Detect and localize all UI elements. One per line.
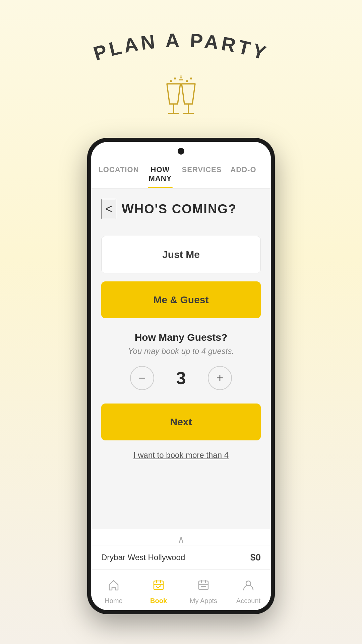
nav-account[interactable]: Account <box>226 577 271 607</box>
guest-count: 3 <box>171 368 191 388</box>
phone-frame: LOCATION HOW MANY SERVICES ADD-O < WHO'S… <box>87 138 275 614</box>
svg-point-7 <box>186 80 188 82</box>
guest-options: Just Me Me & Guest <box>101 236 261 318</box>
account-icon <box>242 579 255 594</box>
guest-counter: − 3 + <box>101 366 261 390</box>
main-content: < WHO'S COMING? Just Me Me & Guest How M… <box>91 189 271 529</box>
plan-a-party-title-container: PLAN A PARTY <box>77 27 285 70</box>
nav-home[interactable]: Home <box>91 577 136 607</box>
guests-subtitle: You may book up to 4 guests. <box>101 346 261 356</box>
bottom-nav: Home Book <box>91 570 271 610</box>
svg-point-6 <box>174 77 176 79</box>
page-title: WHO'S COMING? <box>116 202 261 216</box>
nav-book-label: Book <box>150 597 167 605</box>
nav-account-label: Account <box>236 597 260 605</box>
increment-button[interactable]: + <box>208 366 232 390</box>
me-and-guest-button[interactable]: Me & Guest <box>101 281 261 318</box>
top-hero: PLAN A PARTY <box>77 0 285 138</box>
just-me-button[interactable]: Just Me <box>101 236 261 273</box>
back-button[interactable]: < <box>101 199 116 219</box>
price-display: $0 <box>250 552 261 563</box>
guests-section-title: How Many Guests? <box>101 332 261 343</box>
book-more-link[interactable]: I want to book more than 4 <box>101 450 261 460</box>
svg-rect-16 <box>199 581 208 590</box>
nav-book[interactable]: Book <box>136 577 181 607</box>
nav-my-appts[interactable]: My Appts <box>181 577 226 607</box>
champagne-glasses-icon <box>161 74 201 124</box>
svg-rect-12 <box>154 581 163 590</box>
phone-screen: LOCATION HOW MANY SERVICES ADD-O < WHO'S… <box>91 142 271 610</box>
nav-home-label: Home <box>105 597 122 605</box>
up-arrow-icon: ∧ <box>178 534 185 545</box>
book-icon <box>152 579 165 594</box>
decrement-button[interactable]: − <box>130 366 154 390</box>
guests-section: How Many Guests? You may book up to 4 gu… <box>101 332 261 390</box>
tab-services[interactable]: SERVICES <box>181 159 223 188</box>
svg-text:PLAN A PARTY: PLAN A PARTY <box>91 29 271 65</box>
home-icon <box>107 579 120 594</box>
tab-location[interactable]: LOCATION <box>98 159 139 188</box>
location-name: Drybar West Hollywood <box>101 553 185 562</box>
my-appts-icon <box>197 579 210 594</box>
up-arrow-container[interactable]: ∧ <box>91 529 271 545</box>
tab-how-many[interactable]: HOW MANY <box>139 159 181 188</box>
nav-my-appts-label: My Appts <box>190 597 217 605</box>
bottom-info-bar: Drybar West Hollywood $0 <box>91 545 271 570</box>
camera-dot <box>178 148 184 155</box>
svg-point-5 <box>170 80 172 82</box>
tab-add-ons[interactable]: ADD-O <box>223 159 264 188</box>
page-header: < WHO'S COMING? <box>101 189 261 226</box>
svg-point-8 <box>190 77 192 79</box>
next-button[interactable]: Next <box>101 404 261 440</box>
